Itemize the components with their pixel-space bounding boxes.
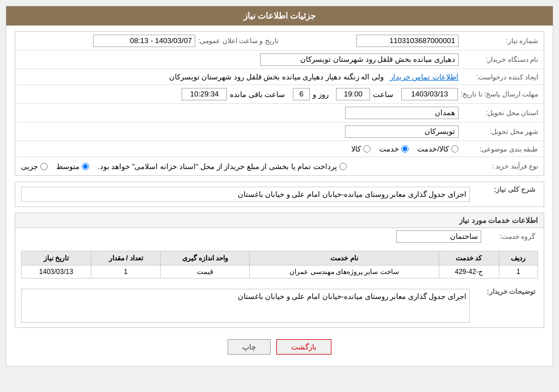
saat-label: ساعت	[373, 90, 393, 99]
radio-motavaset: متوسط	[56, 162, 89, 171]
rooz-label: روز و	[313, 90, 329, 99]
saat-box: 19:00	[336, 88, 370, 100]
row-name: ساخت سایر پروژه‌های مهندسی عمران	[250, 265, 439, 279]
col-tedad: تعداد / مقدار	[91, 251, 161, 265]
radio-jozi-input[interactable]	[40, 163, 48, 170]
info-section: شماره نیاز: 1103103687000001 تاریخ و ساع…	[15, 31, 544, 176]
ostan-box: همدان	[345, 107, 459, 119]
row-kod: ج-42-429	[439, 265, 499, 279]
ijad-konande-value: اطلاعات تماس خریدار ولی اله زنگنه دهیار …	[18, 71, 461, 82]
services-table-wrapper: ردیف کد خدمت نام خدمت واحد اندازه گیری ت…	[15, 245, 544, 284]
mohlat-value: 1403/03/13 ساعت 19:00 روز و 6 ساعت باقی …	[18, 87, 461, 102]
tarikh-box: 1403/03/07 - 08:13	[93, 35, 195, 47]
row-tarikh: 1403/03/13	[22, 265, 91, 279]
shahr-value: تویسرکان	[18, 124, 461, 139]
tabaqe-label: طبقه بندی موضوعی:	[461, 145, 541, 153]
shomare-tarikh-row: شماره نیاز: 1103103687000001 تاریخ و ساع…	[15, 32, 544, 50]
col-radif: ردیف	[499, 251, 537, 265]
khadamat-title: اطلاعات خدمات مورد نیاز	[15, 213, 544, 228]
radio-pardakht: پرداخت تمام یا بخشی از مبلغ خریداز از مح…	[98, 162, 347, 171]
table-row: 1 ج-42-429 ساخت سایر پروژه‌های مهندسی عم…	[22, 265, 538, 279]
mohlat-label: مهلت ارسال پاسخ: تا تاریخ:	[461, 90, 541, 98]
col-name: نام خدمت	[250, 251, 439, 265]
radio-pardakht-input[interactable]	[339, 163, 347, 170]
print-button[interactable]: چاپ	[228, 339, 271, 355]
services-table: ردیف کد خدمت نام خدمت واحد اندازه گیری ت…	[21, 251, 538, 279]
row-vahed: قیمت	[161, 265, 250, 279]
radio-kala-khedmat-input[interactable]	[451, 145, 459, 153]
sharh-value: اجرای جدول گذاری معابر روستای میانده-خیا…	[238, 190, 466, 199]
radio-khedmat-input[interactable]	[401, 145, 409, 153]
tabaqe-options: کالا خدمت کالا/خدمت	[18, 144, 461, 154]
radio-kala-input[interactable]	[363, 145, 371, 153]
tabaqe-row: طبقه بندی موضوعی: کالا خدمت کالا/خدمت	[15, 141, 544, 157]
ijad-name: ولی اله زنگنه دهیار دهیاری میانده بخش قل…	[169, 73, 384, 81]
sharh-row: شرح کلی نیاز: اجرای جدول گذاری معابر روس…	[15, 182, 544, 206]
tarikh-label: تاریخ و ساعت اعلان عمومی:	[198, 37, 281, 45]
baghimande-label: ساعت باقی مانده	[230, 90, 285, 99]
buyer-desc-row: توضیحات خریدار: اجرای جدول گذاری معابر ر…	[15, 284, 544, 327]
farayand-label: نوع فرآیند خرید :	[461, 162, 541, 170]
main-container: جزئیات اطلاعات نیاز شماره نیاز: 11031036…	[6, 6, 553, 366]
radio-motavaset-input[interactable]	[82, 163, 89, 170]
content-area: شماره نیاز: 1103103687000001 تاریخ و ساع…	[6, 26, 553, 366]
sharh-section: شرح کلی نیاز: اجرای جدول گذاری معابر روس…	[15, 182, 544, 207]
farayand-options: جزیی متوسط پرداخت تمام یا بخشی از مبلغ خ…	[18, 161, 461, 172]
contact-link[interactable]: اطلاعات تماس خریدار	[390, 73, 459, 81]
ijad-konande-label: ایجاد کننده درخواست:	[461, 73, 541, 81]
buyer-desc-value: اجرای جدول گذاری معابر روستای میانده-خیا…	[238, 292, 466, 301]
farayand-row: نوع فرآیند خرید : جزیی متوسط پرداخت تمام…	[15, 157, 544, 175]
ostan-label: استان محل تحویل:	[461, 109, 541, 117]
baghimande-box: 10:29:34	[182, 88, 227, 100]
rooz-box: 6	[293, 88, 310, 100]
shahr-label: شهر محل تحویل:	[461, 128, 541, 136]
radio-jozi-label: جزیی	[21, 162, 38, 171]
nam-dastgah-label: نام دستگاه خریدار:	[461, 56, 541, 64]
nam-dastgah-box: دهیاری میانده بخش قلقل رود شهرستان تویسر…	[260, 53, 459, 66]
grouh-row: گروه خدمت: ساختمان	[15, 228, 544, 245]
tarikh-value: 1403/03/07 - 08:13	[18, 33, 198, 48]
nam-dastgah-row: نام دستگاه خریدار: دهیاری میانده بخش قلق…	[15, 50, 544, 69]
mohlat-row: مهلت ارسال پاسخ: تا تاریخ: 1403/03/13 سا…	[15, 85, 544, 104]
row-tedad: 1	[91, 265, 161, 279]
row-radif: 1	[499, 265, 537, 279]
ijad-konande-row: ایجاد کننده درخواست: اطلاعات تماس خریدار…	[15, 69, 544, 85]
table-header-row: ردیف کد خدمت نام خدمت واحد اندازه گیری ت…	[22, 251, 538, 265]
shahr-box: تویسرکان	[345, 125, 459, 138]
buyer-desc-box: اجرای جدول گذاری معابر روستای میانده-خیا…	[21, 289, 470, 323]
shomare-label: شماره نیاز:	[461, 37, 541, 45]
mohlat-date: 1403/03/13	[401, 88, 458, 100]
radio-kala-khedmat-label: کالا/خدمت	[417, 145, 449, 153]
radio-khedmat: خدمت	[379, 145, 409, 153]
grouh-value: ساختمان	[396, 230, 481, 243]
sharh-label: شرح کلی نیاز:	[476, 186, 538, 193]
col-vahed: واحد اندازه گیری	[161, 251, 250, 265]
radio-kala: کالا	[351, 145, 371, 153]
radio-kala-label: کالا	[351, 145, 361, 153]
buttons-row: چاپ بازگشت	[15, 334, 544, 360]
radio-motavaset-label: متوسط	[56, 162, 79, 171]
shomare-box: 1103103687000001	[356, 35, 459, 47]
radio-jozi: جزیی	[21, 162, 48, 171]
ostan-row: استان محل تحویل: همدان	[15, 104, 544, 123]
buyer-desc-label: توضیحات خریدار:	[476, 288, 538, 296]
col-kod: کد خدمت	[439, 251, 499, 265]
sharh-box: اجرای جدول گذاری معابر روستای میانده-خیا…	[21, 187, 470, 202]
col-tarikh: تاریخ نیاز	[22, 251, 91, 265]
radio-khedmat-label: خدمت	[379, 145, 399, 153]
radio-pardakht-label: پرداخت تمام یا بخشی از مبلغ خریداز از مح…	[98, 162, 337, 171]
page-title: جزئیات اطلاعات نیاز	[6, 6, 553, 26]
radio-kala-khedmat: کالا/خدمت	[417, 145, 459, 153]
shahr-row: شهر محل تحویل: تویسرکان	[15, 123, 544, 141]
back-button[interactable]: بازگشت	[276, 339, 331, 355]
grouh-label: گروه خدمت:	[487, 233, 538, 241]
khadamat-section: اطلاعات خدمات مورد نیاز گروه خدمت: ساختم…	[15, 213, 544, 328]
ostan-value: همدان	[18, 106, 461, 120]
shomare-value: 1103103687000001	[281, 33, 461, 48]
nam-dastgah-value: دهیاری میانده بخش قلقل رود شهرستان تویسر…	[18, 52, 461, 67]
